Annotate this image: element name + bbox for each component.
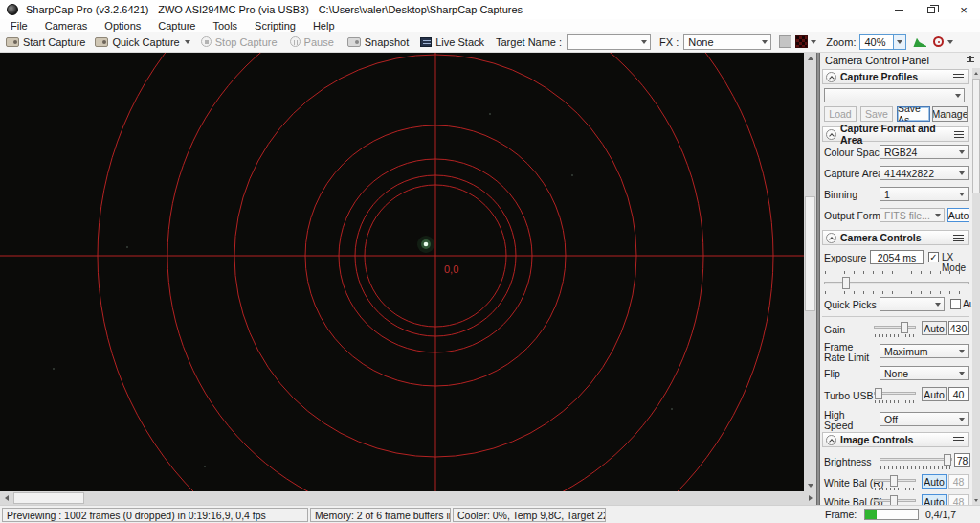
gain-slider[interactable]	[874, 320, 916, 336]
collapse-icon[interactable]	[826, 129, 836, 140]
output-format-combobox[interactable]: FITS file...	[880, 208, 945, 222]
high-speed-mode-combobox[interactable]: Off	[880, 412, 969, 426]
status-previewing: Previewing : 1002 frames (0 dropped) in …	[2, 508, 308, 522]
gain-label: Gain	[824, 325, 845, 335]
stop-capture-button[interactable]: Stop Capture	[201, 36, 278, 48]
panel-scroll-down-button[interactable]	[972, 495, 980, 505]
scroll-down-button[interactable]	[804, 480, 816, 491]
exposure-auto-checkbox[interactable]	[950, 299, 961, 309]
menu-item-capture[interactable]: Capture	[149, 20, 204, 32]
quick-capture-dropdown-icon[interactable]	[185, 40, 190, 44]
gain-auto-button[interactable]: Auto	[922, 321, 947, 335]
quick-capture-button[interactable]: Quick Capture	[95, 36, 179, 48]
white-bal-r-input[interactable]: 48	[948, 474, 969, 489]
section-menu-icon[interactable]	[953, 235, 964, 241]
fx-overlay-icon[interactable]	[795, 35, 808, 48]
section-capture-format[interactable]: Capture Format and Area	[822, 126, 969, 142]
reticle-svg	[0, 53, 804, 491]
stop-capture-icon	[201, 36, 212, 47]
collapse-icon[interactable]	[826, 233, 836, 243]
turbo-usb-auto-button[interactable]: Auto	[922, 387, 947, 401]
white-bal-b-auto-button[interactable]: Auto	[922, 494, 947, 505]
section-camera-controls[interactable]: Camera Controls	[822, 230, 969, 245]
camera-preview-viewport[interactable]: 0,0	[0, 53, 804, 491]
target-name-caret-icon	[641, 40, 647, 44]
zoom-dropdown-button[interactable]	[893, 35, 905, 49]
pin-icon[interactable]	[967, 56, 974, 65]
panel-scroll-up-button[interactable]	[972, 68, 980, 78]
app-icon	[7, 4, 18, 15]
white-bal-r-auto-button[interactable]: Auto	[922, 474, 947, 489]
lx-mode-checkbox[interactable]: ✓	[928, 252, 939, 262]
white-bal-b-slider[interactable]	[874, 493, 916, 505]
scroll-left-button[interactable]	[0, 491, 12, 505]
brightness-input[interactable]: 78	[954, 453, 970, 467]
section-menu-icon[interactable]	[953, 437, 964, 443]
menu-item-tools[interactable]: Tools	[204, 20, 246, 32]
target-name-combobox[interactable]	[567, 34, 651, 50]
brightness-label: Brightness	[824, 457, 872, 467]
frame-rate-limit-combobox[interactable]: Maximum	[880, 344, 969, 358]
live-stack-button[interactable]: Live Stack	[420, 36, 484, 48]
zoom-combobox[interactable]: 40%	[859, 34, 906, 50]
exposure-input[interactable]: 2054 ms	[870, 250, 924, 264]
camera-control-panel: Camera Control Panel Capture Profiles Lo…	[820, 53, 980, 505]
section-menu-icon[interactable]	[954, 131, 964, 138]
quick-picks-combobox[interactable]	[880, 297, 945, 311]
viewport-horizontal-scrollbar[interactable]	[0, 491, 816, 505]
save-as-button[interactable]: Save As	[897, 106, 930, 122]
menu-item-scripting[interactable]: Scripting	[246, 20, 304, 32]
output-format-auto-button[interactable]: Auto	[947, 208, 969, 222]
colour-space-combobox[interactable]: RGB24	[880, 145, 969, 159]
fx-label: FX :	[659, 36, 679, 48]
collapse-icon[interactable]	[826, 72, 836, 82]
section-capture-profiles[interactable]: Capture Profiles	[822, 69, 969, 84]
fx-combobox[interactable]: None	[683, 34, 771, 50]
load-button[interactable]: Load	[824, 106, 857, 122]
brightness-slider[interactable]	[880, 452, 952, 468]
vertical-scroll-thumb[interactable]	[805, 196, 815, 311]
titlebar: SharpCap Pro (v3.2.6421) - ZWO ASI294MC …	[0, 0, 980, 19]
scroll-right-button[interactable]	[804, 491, 816, 505]
horizontal-scroll-thumb[interactable]	[13, 492, 84, 504]
white-bal-b-input[interactable]: 48	[948, 494, 969, 505]
pause-button[interactable]: Pause	[290, 36, 334, 48]
close-button[interactable]: ×	[947, 0, 980, 19]
turbo-usb-slider[interactable]	[874, 386, 916, 402]
start-capture-icon	[6, 37, 19, 47]
minimize-button[interactable]	[882, 0, 915, 19]
toolbar: Start Capture Quick Capture Stop Capture…	[0, 32, 980, 53]
menu-item-help[interactable]: Help	[304, 20, 344, 32]
histogram-icon[interactable]	[913, 36, 926, 47]
exposure-slider[interactable]	[824, 276, 969, 290]
capture-area-combobox[interactable]: 4144x2822	[880, 166, 969, 180]
binning-combobox[interactable]: 1	[880, 187, 969, 201]
menu-item-options[interactable]: Options	[96, 20, 149, 32]
menu-item-cameras[interactable]: Cameras	[36, 20, 97, 32]
save-button[interactable]: Save	[860, 106, 893, 122]
snapshot-button[interactable]: Snapshot	[347, 36, 409, 48]
flip-label: Flip	[824, 369, 840, 379]
collapse-icon[interactable]	[826, 435, 836, 445]
profile-combobox[interactable]	[824, 88, 965, 102]
panel-scrollbar[interactable]	[972, 68, 980, 505]
gain-input[interactable]: 430	[948, 321, 969, 335]
fx-plain-icon[interactable]	[779, 35, 791, 48]
colour-space-label: Colour Space	[824, 148, 885, 158]
manage-button[interactable]: Manage	[932, 106, 968, 122]
frame-rate-limit-label: Frame Rate Limit	[824, 342, 874, 363]
section-menu-icon[interactable]	[953, 74, 964, 80]
turbo-usb-input[interactable]: 40	[948, 387, 969, 401]
reticle-icon[interactable]	[933, 36, 944, 47]
flip-combobox[interactable]: None	[880, 366, 969, 380]
reticle-dropdown-icon[interactable]	[947, 40, 953, 44]
restore-button[interactable]	[915, 0, 947, 19]
scroll-up-button[interactable]	[804, 53, 816, 64]
white-bal-r-slider[interactable]	[874, 473, 916, 489]
viewport-vertical-scrollbar[interactable]	[804, 53, 816, 491]
menu-item-file[interactable]: File	[2, 20, 36, 32]
panel-scroll-thumb[interactable]	[972, 79, 980, 193]
fx-overlay-dropdown-icon[interactable]	[811, 40, 816, 44]
start-capture-button[interactable]: Start Capture	[6, 36, 85, 48]
section-image-controls[interactable]: Image Controls	[822, 432, 969, 447]
